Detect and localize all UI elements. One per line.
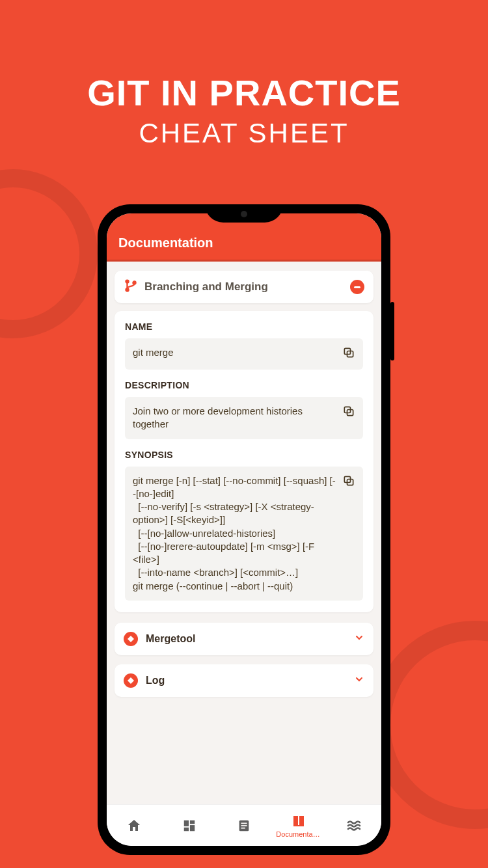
hero-title: GIT IN PRACTICE — [0, 72, 488, 114]
nav-doc-label: Documentat… — [276, 830, 321, 838]
section-title: Branching and Merging — [144, 280, 344, 293]
log-label: Log — [146, 675, 346, 686]
app-screen: Documentation Branching and Merging — [107, 213, 381, 846]
svg-rect-16 — [241, 827, 245, 828]
name-value: git merge — [133, 346, 337, 359]
waves-icon — [346, 818, 362, 834]
svg-rect-14 — [241, 822, 247, 824]
section-header-branching[interactable]: Branching and Merging — [115, 271, 373, 303]
description-value: Join two or more development histories t… — [133, 405, 337, 431]
chevron-down-icon — [354, 632, 364, 645]
hero-subtitle: CHEAT SHEET — [0, 118, 488, 149]
minus-icon — [354, 286, 360, 288]
mergetool-label: Mergetool — [146, 633, 346, 645]
nav-more[interactable] — [327, 818, 381, 834]
synopsis-value: git merge [-n] [--stat] [--no-commit] [-… — [133, 474, 337, 593]
svg-rect-15 — [241, 825, 247, 826]
list-item-mergetool[interactable]: Mergetool — [115, 623, 373, 655]
synopsis-block: git merge [-n] [--stat] [--no-commit] [-… — [125, 467, 363, 601]
doc-card: NAME git merge DESCRIPTION Join two or m… — [115, 311, 373, 612]
branch-icon — [124, 278, 138, 295]
bottom-nav: Documentat… — [107, 804, 381, 846]
svg-rect-9 — [183, 820, 188, 826]
chevron-down-icon — [354, 674, 364, 687]
nav-dashboard[interactable] — [161, 819, 216, 833]
dashboard-icon — [182, 819, 197, 833]
git-icon — [124, 673, 138, 688]
svg-rect-11 — [189, 825, 194, 831]
svg-rect-12 — [183, 827, 188, 831]
bg-decor-left — [0, 169, 98, 338]
content-area[interactable]: Branching and Merging NAME git merge DES… — [107, 262, 381, 804]
name-label: NAME — [125, 321, 363, 332]
description-block: Join two or more development histories t… — [125, 397, 363, 439]
notes-icon — [237, 819, 251, 833]
copy-name-button[interactable] — [342, 346, 355, 362]
name-block: git merge — [125, 338, 363, 370]
description-label: DESCRIPTION — [125, 380, 363, 390]
git-icon — [124, 632, 138, 646]
book-icon — [291, 813, 306, 829]
nav-notes[interactable] — [217, 819, 271, 833]
nav-documentation[interactable]: Documentat… — [271, 813, 326, 838]
list-item-log[interactable]: Log — [115, 664, 373, 697]
nav-home[interactable] — [107, 818, 161, 834]
phone-notch — [205, 204, 283, 223]
copy-description-button[interactable] — [342, 405, 355, 420]
app-bar-title: Documentation — [118, 236, 213, 250]
home-icon — [126, 818, 142, 834]
phone-side-button — [390, 302, 394, 360]
phone-frame: Documentation Branching and Merging — [98, 204, 390, 855]
copy-synopsis-button[interactable] — [342, 474, 355, 490]
synopsis-label: SYNOPSIS — [125, 450, 363, 460]
collapse-button[interactable] — [350, 280, 364, 294]
svg-rect-10 — [189, 820, 194, 824]
